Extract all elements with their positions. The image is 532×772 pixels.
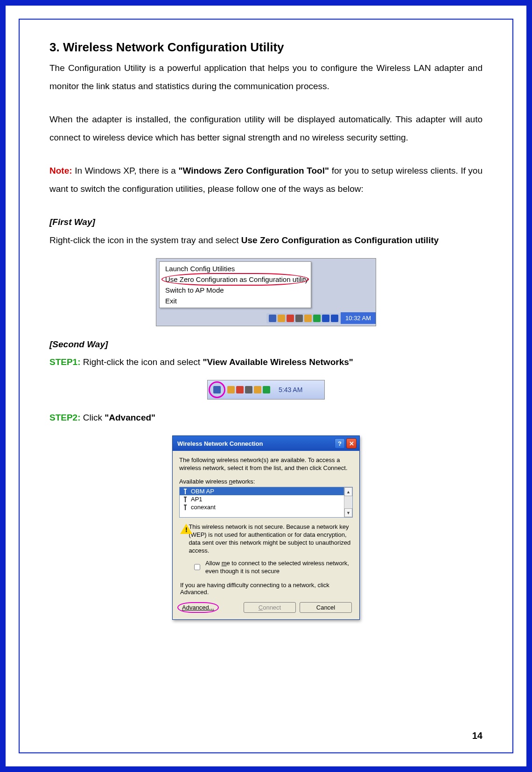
circled-tray-icon[interactable] [209, 381, 225, 398]
tray-clock: 10:32 AM [341, 312, 376, 324]
tray-icon[interactable] [245, 386, 252, 393]
step2-pre: Click [81, 413, 105, 422]
tray-icon[interactable] [304, 315, 312, 322]
second-way-label-p: [Second Way] STEP1: Right-click the icon… [49, 336, 483, 372]
figure-tray-strip: 5:43 AM [49, 380, 483, 400]
connect-post: onnect [263, 604, 281, 611]
tray-icons-2 [227, 386, 270, 393]
tray-icon[interactable] [254, 386, 261, 393]
note-paragraph: Note: In Windows XP, there is a "Windows… [49, 162, 483, 198]
tray-clock-2: 5:43 AM [274, 386, 307, 393]
tray-strip: 5:43 AM [207, 380, 325, 400]
antenna-icon [182, 505, 188, 510]
advanced-help-text: If you are having difficulty connecting … [180, 582, 352, 596]
scrollbar[interactable]: ▲ ▼ [344, 487, 352, 517]
section-heading: 3. Wireless Network Configuration Utilit… [49, 40, 483, 55]
avail-pre: Available wireless [179, 478, 229, 485]
network-row[interactable]: AP1 [180, 495, 352, 503]
note-pre: In Windows XP, there is a [72, 166, 179, 175]
allow-connect-row: Allow me to connect to the selected wire… [192, 560, 352, 575]
allow-post: e to connect to the selected wireless ne… [205, 560, 349, 575]
intro-paragraph-1: The Configuration Utility is a powerful … [49, 59, 483, 96]
available-networks-label: Available wireless networks: [179, 478, 353, 485]
adv-post: dvanced... [186, 604, 214, 611]
network-name: conexant [191, 504, 216, 511]
adv-ul: A [182, 604, 186, 611]
antenna-icon [182, 489, 188, 494]
tray-icon[interactable] [322, 315, 329, 322]
tray-icon[interactable] [331, 315, 338, 322]
step1-bold: "View Available Wireless Networks" [203, 357, 353, 367]
advanced-button[interactable]: Advanced... [180, 604, 216, 611]
allow-connect-label: Allow me to connect to the selected wire… [205, 560, 352, 575]
step1-label: STEP1: [49, 357, 81, 367]
note-label: Note: [49, 166, 72, 175]
ctx-item-launch[interactable]: Launch Config Utilities [160, 263, 311, 274]
step2-label: STEP2: [49, 413, 81, 422]
context-menu-and-tray: Launch Config Utilities Use Zero Configu… [156, 258, 376, 326]
tray-icon[interactable] [313, 315, 321, 322]
figure-wireless-dialog: Wireless Network Connection ? ✕ The foll… [49, 435, 483, 620]
avail-post: etworks: [232, 478, 255, 485]
scroll-up-button[interactable]: ▲ [344, 487, 352, 496]
dialog-title: Wireless Network Connection [177, 440, 263, 447]
ctx-item-ap-mode[interactable]: Switch to AP Mode [160, 285, 311, 295]
tray-icon[interactable] [227, 386, 235, 393]
page-number: 14 [472, 730, 483, 741]
first-way-instruction-pre: Right-click the icon in the system tray … [49, 235, 241, 245]
first-way-label: [First Way] [49, 217, 95, 227]
antenna-icon [182, 497, 188, 502]
dialog-body: The following wireless network(s) are av… [173, 451, 359, 619]
first-way-instruction-bold: Use Zero Configuration as Configuration … [241, 235, 439, 245]
allow-connect-checkbox[interactable] [194, 561, 200, 574]
scroll-down-button[interactable]: ▼ [344, 508, 352, 517]
tray-icon[interactable] [263, 386, 270, 393]
allow-pre: Allow [205, 560, 222, 567]
security-warning-text: This wireless network is not secure. Bec… [189, 523, 352, 555]
wzc-tool-name: "Windows Zero Configuration Tool" [179, 166, 329, 175]
dialog-button-row: Advanced... Connect Cancel [179, 602, 353, 615]
connect-ul: C [259, 604, 263, 611]
close-button[interactable]: ✕ [346, 438, 357, 449]
help-button[interactable]: ? [335, 438, 345, 449]
network-listbox[interactable]: OBM AP AP1 conexant [179, 487, 353, 518]
page-inner: 3. Wireless Network Configuration Utilit… [19, 19, 513, 753]
tray-icon[interactable] [236, 386, 244, 393]
system-tray: 10:32 AM [156, 311, 376, 326]
page-frame: 3. Wireless Network Configuration Utilit… [0, 0, 532, 772]
connect-button[interactable]: Connect [244, 602, 296, 613]
network-icon [213, 386, 221, 393]
context-menu: Launch Config Utilities Use Zero Configu… [159, 261, 311, 308]
step2-bold: "Advanced" [105, 413, 155, 422]
cancel-button[interactable]: Cancel [300, 602, 352, 613]
tray-icons [266, 313, 341, 323]
second-way-label: [Second Way] [49, 339, 108, 349]
dialog-titlebar: Wireless Network Connection ? ✕ [173, 436, 359, 451]
warning-icon: ! [180, 523, 184, 534]
figure-context-menu: Launch Config Utilities Use Zero Configu… [49, 258, 483, 326]
ctx-item-zero-config[interactable]: Use Zero Configuration as Configuration … [160, 274, 311, 285]
step1-pre: Right-click the icon and select [81, 357, 203, 367]
intro-paragraph-2: When the adapter is installed, the confi… [49, 111, 483, 147]
tray-icon[interactable] [295, 315, 303, 322]
network-row[interactable]: OBM AP [180, 487, 352, 495]
security-warning-row: ! This wireless network is not secure. B… [180, 523, 352, 555]
ctx-item-exit[interactable]: Exit [160, 295, 311, 306]
tray-icon[interactable] [278, 315, 285, 322]
network-row[interactable]: conexant [180, 503, 352, 511]
tray-icon[interactable] [287, 315, 294, 322]
allow-ul: m [222, 560, 227, 567]
avail-ul: n [229, 478, 232, 485]
network-name: AP1 [191, 496, 203, 503]
dialog-intro-text: The following wireless network(s) are av… [179, 456, 353, 472]
network-name: OBM AP [191, 488, 214, 495]
tray-icon[interactable] [269, 315, 276, 322]
wireless-connection-dialog: Wireless Network Connection ? ✕ The foll… [172, 435, 360, 620]
step2-line: STEP2: Click "Advanced" [49, 409, 483, 427]
first-way-block: [First Way] Right-click the icon in the … [49, 213, 483, 250]
titlebar-buttons: ? ✕ [335, 438, 357, 449]
